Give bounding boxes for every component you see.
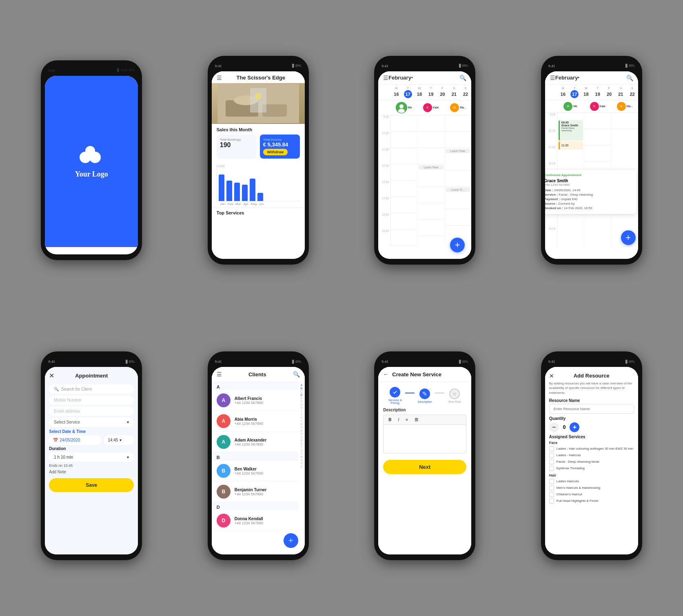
calendar-icon-appt: 📅 xyxy=(53,438,58,442)
popup-source-val: Connect by xyxy=(558,202,574,205)
withdraw-button[interactable]: Withdraw xyxy=(263,149,288,155)
close-icon-appt[interactable]: ✕ xyxy=(49,372,54,380)
checkbox-childrens[interactable] xyxy=(549,492,554,497)
bar-jan xyxy=(219,174,224,201)
popup-client-name: Grace Smith xyxy=(545,179,633,183)
appointment-popup[interactable]: Confirmed Appointment Grace Smith +44 12… xyxy=(545,170,636,214)
list-item[interactable]: B Benjamin Turner +44 1234 567890 xyxy=(212,481,298,502)
avatar-me xyxy=(396,102,407,113)
search-client-placeholder: Search for Client xyxy=(61,387,91,391)
hamburger-icon-cal2[interactable]: ☰ xyxy=(550,75,555,81)
back-icon-service[interactable]: ← xyxy=(383,371,389,378)
popup-date-label: Date : xyxy=(545,188,553,192)
list-item[interactable]: A Abia Morris +44 1234 567890 xyxy=(212,411,298,432)
phone-notch-clients xyxy=(240,357,277,365)
ordered-list-button[interactable]: ☰ xyxy=(413,417,420,423)
bar-jun xyxy=(257,193,263,201)
list-button[interactable]: ≡ xyxy=(404,417,410,423)
search-icon-cal2[interactable]: 🔍 xyxy=(626,75,633,81)
appointment-header: ✕ Appointment xyxy=(49,371,134,383)
avatar2-cell-ma: M Ma... xyxy=(612,102,638,111)
popup-date-row: Date : 24/05/2020, 14:45 xyxy=(545,188,633,192)
logo-text: Your Logo xyxy=(75,170,108,179)
phone-splash: 9:41 ▊ WiFi 89% Your Logo xyxy=(41,60,142,260)
list-item[interactable]: A Adam Alexander +44 1234 567890 xyxy=(212,432,298,453)
hamburger-icon-cal1[interactable]: ☰ xyxy=(383,75,388,81)
time-field[interactable]: 14:45 ▾ xyxy=(104,435,134,445)
avatar-cell-me: Me xyxy=(390,102,417,113)
status-time: 9:41 xyxy=(48,68,55,73)
avatar-benjamin: B xyxy=(217,485,231,499)
label-may: May xyxy=(251,202,257,206)
hero-svg xyxy=(217,84,299,123)
popup-payment-row: Payment : Unpaid €40 xyxy=(545,197,633,201)
status-time-resource: 9:41 xyxy=(548,360,555,364)
hamburger-icon-clients[interactable]: ☰ xyxy=(217,371,222,378)
day2-s2: S 22 xyxy=(626,86,638,98)
phone-appointment: 9:41 ▊ 89% ✕ Appointment 🔍 Search for Cl… xyxy=(41,351,142,560)
checkbox-ladies-hair-colour[interactable] xyxy=(549,446,554,451)
checkbox-ladies-haircuts2[interactable] xyxy=(549,479,554,484)
fab-clients[interactable]: + xyxy=(284,533,298,548)
next-button-service[interactable]: Next xyxy=(383,460,466,474)
clients-main-list: A A Albert Francis +44 1234 567890 A Abi… xyxy=(212,382,298,545)
checkbox-highlights[interactable] xyxy=(549,499,554,503)
checkbox-facial[interactable] xyxy=(549,459,554,464)
search-icon-cal1[interactable]: 🔍 xyxy=(459,75,466,81)
qty-minus-button[interactable]: − xyxy=(549,422,559,432)
service-select[interactable]: Select Service ▾ xyxy=(49,417,134,427)
dropdown-arrow-cal2[interactable]: ▾ xyxy=(578,76,579,79)
lunch-ma2: Lunch Ti... xyxy=(446,188,470,192)
calendar1-header: ☰ February ▾ 🔍 xyxy=(378,71,471,85)
signal-icon: ▊ xyxy=(117,68,120,72)
day-headers-cal2: M 16 T 17 W 18 T 19 F 20 xyxy=(545,85,638,100)
popup-booked-val: 14 Feb 2020, 16:50 xyxy=(564,206,592,210)
add-note-button[interactable]: Add Note xyxy=(49,470,134,474)
mobile-field[interactable]: Mobile Number xyxy=(49,395,134,405)
appointment-block[interactable]: 09:45 Grace Smith Facial Deep cleansing xyxy=(559,120,583,141)
resource-name-input[interactable] xyxy=(549,404,634,414)
duration-select[interactable]: 1 h 10 min ▾ xyxy=(49,453,134,462)
desc-textarea[interactable] xyxy=(383,425,466,453)
step3-label: Fine Print xyxy=(444,400,465,403)
chart-bars xyxy=(217,169,300,201)
fab-calendar2[interactable]: + xyxy=(621,230,636,245)
list-item[interactable]: D Donna Kendall +44 1234 567890 xyxy=(212,510,298,531)
italic-button[interactable]: I xyxy=(396,417,401,423)
date-field[interactable]: 📅 24/05/2020 xyxy=(49,435,101,445)
save-button-appt[interactable]: Save xyxy=(49,478,134,492)
popup-booked-label: Booked on : xyxy=(545,206,563,210)
checkbox-mens[interactable] xyxy=(549,486,554,490)
ends-on-label: Ends on 15:45 xyxy=(49,464,134,468)
search-client-field[interactable]: 🔍 Search for Client xyxy=(49,384,134,394)
service-facial: Facial - Deep cleansing facial xyxy=(557,460,599,464)
day-col-f: F 20 xyxy=(437,86,448,98)
appt-time: 09:45 xyxy=(561,121,582,124)
list-item[interactable]: B Ben Walker +44 1234 567890 xyxy=(212,461,298,481)
client-info-donna: Donna Kendall +44 1234 567890 xyxy=(235,517,293,525)
create-service-content: ← Create New Service Services & Pricing … xyxy=(378,367,471,554)
search-icon-appt: 🔍 xyxy=(54,387,59,391)
appt-block2[interactable]: 11:20 xyxy=(559,141,583,150)
splash-background: Your Logo xyxy=(45,76,138,247)
email-field[interactable]: Email address xyxy=(49,406,134,416)
fab-calendar1[interactable]: + xyxy=(450,238,465,252)
popup-phone: +44 1234 567890 xyxy=(545,183,633,187)
bold-button[interactable]: B xyxy=(387,417,393,423)
phone-calendar1: 9:41 ▊ 89% ☰ February ▾ 🔍 M 16 T 17 xyxy=(374,56,475,265)
search-icon-clients[interactable]: 🔍 xyxy=(293,371,300,378)
section-b: B xyxy=(212,453,298,461)
cal-col-ma: Lunch Time Lunch Ti... xyxy=(445,115,472,246)
checkbox-eyebrow[interactable] xyxy=(549,466,554,471)
checkbox-ladies-haircuts[interactable] xyxy=(549,453,554,458)
list-item[interactable]: A Albert Francis +44 1234 567890 xyxy=(212,390,298,411)
chart-labels: Jan Feb Mar Apr May Jun xyxy=(217,202,300,206)
qty-plus-button[interactable]: + xyxy=(570,422,579,432)
hamburger-icon[interactable]: ☰ xyxy=(217,75,222,81)
phone-notch-cal2 xyxy=(573,62,610,70)
close-icon-resource[interactable]: ✕ xyxy=(549,373,554,379)
service-eyebrow: Eyebrow Threading xyxy=(557,466,585,470)
duration-value: 1 h 10 min xyxy=(54,455,73,459)
client-name-donna: Donna Kendall xyxy=(235,517,293,521)
dropdown-arrow-cal1[interactable]: ▾ xyxy=(411,76,413,79)
